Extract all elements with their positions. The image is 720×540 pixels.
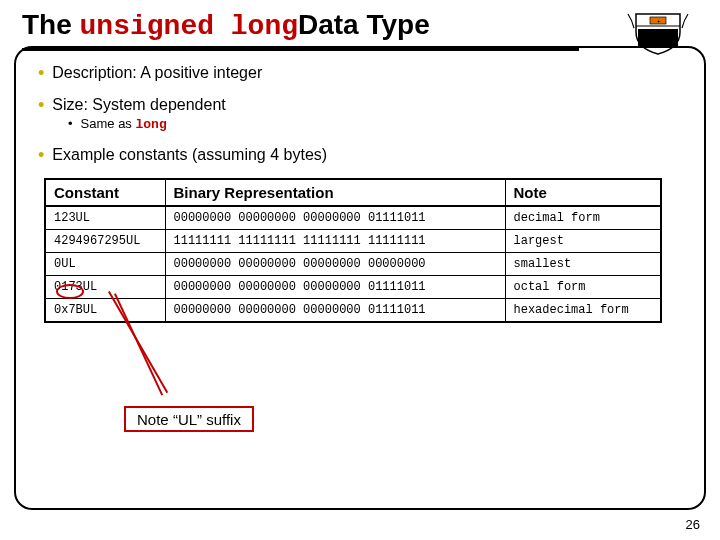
cell-constant: 4294967295UL bbox=[45, 230, 165, 253]
title-keyword: unsigned long bbox=[80, 11, 298, 42]
bullet-size-text: Size: System dependent bbox=[52, 96, 225, 114]
table-row: 0173UL 00000000 00000000 00000000 011110… bbox=[45, 276, 661, 299]
th-note: Note bbox=[505, 179, 661, 206]
cell-note: octal form bbox=[505, 276, 661, 299]
cell-note: largest bbox=[505, 230, 661, 253]
bullet-description-text: Description: A positive integer bbox=[52, 64, 262, 82]
constants-table: Constant Binary Representation Note 123U… bbox=[44, 178, 662, 323]
bullet-example: Example constants (assuming 4 bytes) bbox=[38, 146, 692, 164]
bullet-size-sub-pre: Same as bbox=[81, 116, 136, 131]
th-constant: Constant bbox=[45, 179, 165, 206]
table-row: 123UL 00000000 00000000 00000000 0111101… bbox=[45, 206, 661, 230]
slide-title: The unsigned longData Type bbox=[22, 8, 562, 51]
page-number: 26 bbox=[686, 517, 700, 532]
bullet-example-text: Example constants (assuming 4 bytes) bbox=[52, 146, 327, 164]
ul-suffix-note-text: Note “UL” suffix bbox=[137, 411, 241, 428]
long-keyword: long bbox=[135, 117, 166, 132]
table-row: 0UL 00000000 00000000 00000000 00000000 … bbox=[45, 253, 661, 276]
cell-note: hexadecimal form bbox=[505, 299, 661, 323]
slide-content: Description: A positive integer Size: Sy… bbox=[28, 64, 692, 323]
bullet-size: Size: System dependent bbox=[38, 96, 692, 114]
cell-binary: 00000000 00000000 00000000 00000000 bbox=[165, 253, 505, 276]
table-row: 4294967295UL 11111111 11111111 11111111 … bbox=[45, 230, 661, 253]
cell-constant: 0x7BUL bbox=[45, 299, 165, 323]
cell-note: decimal form bbox=[505, 206, 661, 230]
cell-binary: 00000000 00000000 00000000 01111011 bbox=[165, 206, 505, 230]
ul-suffix-note: Note “UL” suffix bbox=[124, 406, 254, 432]
table-row: 0x7BUL 00000000 00000000 00000000 011110… bbox=[45, 299, 661, 323]
cell-binary: 00000000 00000000 00000000 01111011 bbox=[165, 276, 505, 299]
cell-binary: 00000000 00000000 00000000 01111011 bbox=[165, 299, 505, 323]
svg-rect-2 bbox=[638, 29, 678, 48]
title-post: Data Type bbox=[298, 9, 430, 40]
cell-constant: 123UL bbox=[45, 206, 165, 230]
cell-binary: 11111111 11111111 11111111 11111111 bbox=[165, 230, 505, 253]
cell-constant: 0UL bbox=[45, 253, 165, 276]
title-rule bbox=[22, 48, 579, 51]
th-binary: Binary Representation bbox=[165, 179, 505, 206]
cell-note: smallest bbox=[505, 253, 661, 276]
title-pre: The bbox=[22, 9, 80, 40]
bullet-description: Description: A positive integer bbox=[38, 64, 692, 82]
table-header-row: Constant Binary Representation Note bbox=[45, 179, 661, 206]
bullet-size-sub: Same as long bbox=[68, 116, 692, 132]
crest-logo: ✦ bbox=[626, 10, 690, 56]
ul-circle-annotation bbox=[56, 284, 84, 299]
